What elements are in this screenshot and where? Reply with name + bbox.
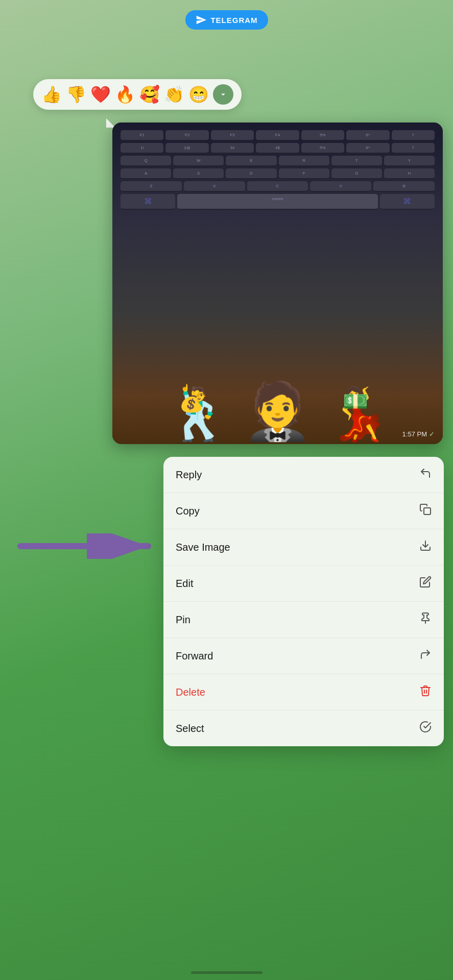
select-icon bbox=[419, 721, 432, 736]
pin-icon bbox=[419, 612, 432, 627]
edit-icon bbox=[419, 576, 432, 591]
copy-icon bbox=[419, 503, 432, 519]
emoji-expand-button[interactable] bbox=[213, 84, 233, 105]
emoji-thumbs-up[interactable]: 👍 bbox=[41, 85, 62, 104]
emoji-clap[interactable]: 👏 bbox=[164, 85, 184, 104]
menu-save-image-label: Save Image bbox=[176, 542, 230, 553]
menu-copy-label: Copy bbox=[176, 505, 200, 517]
emoji-love[interactable]: 🥰 bbox=[139, 85, 160, 104]
context-menu: Reply Copy Save Image Edit bbox=[163, 457, 444, 746]
menu-item-pin[interactable]: Pin bbox=[163, 602, 444, 638]
emoji-grin[interactable]: 😁 bbox=[188, 85, 209, 104]
menu-reply-label: Reply bbox=[176, 469, 202, 481]
telegram-icon bbox=[195, 14, 206, 26]
menu-delete-label: Delete bbox=[176, 687, 205, 698]
menu-item-copy[interactable]: Copy bbox=[163, 493, 444, 529]
telegram-header: TELEGRAM bbox=[185, 10, 268, 30]
emoji-reaction-bar: 👍 👎 ❤️ 🔥 🥰 👏 😁 bbox=[33, 79, 242, 110]
menu-select-label: Select bbox=[176, 723, 204, 734]
arrow-icon bbox=[15, 533, 158, 559]
home-indicator bbox=[191, 971, 263, 974]
menu-item-select[interactable]: Select bbox=[163, 710, 444, 746]
timestamp-text: 1:57 PM bbox=[402, 430, 427, 438]
menu-item-edit[interactable]: Edit bbox=[163, 566, 444, 602]
message-timestamp: 1:57 PM ✓ bbox=[402, 430, 435, 438]
menu-item-save-image[interactable]: Save Image bbox=[163, 529, 444, 566]
emoji-heart[interactable]: ❤️ bbox=[90, 85, 111, 104]
emoji-fire[interactable]: 🔥 bbox=[115, 85, 135, 104]
menu-item-reply[interactable]: Reply bbox=[163, 457, 444, 493]
svg-rect-2 bbox=[424, 508, 431, 514]
save-image-icon bbox=[419, 540, 432, 555]
emoji-thumbs-down[interactable]: 👎 bbox=[66, 85, 86, 104]
menu-edit-label: Edit bbox=[176, 578, 193, 590]
sticker-image: 🕺 🤵 💃 💰 💵 bbox=[129, 281, 426, 444]
menu-pin-label: Pin bbox=[176, 614, 190, 626]
menu-item-delete[interactable]: Delete bbox=[163, 674, 444, 710]
telegram-title: TELEGRAM bbox=[210, 16, 257, 24]
keyboard-area: F1 F2 F3 F4 5% 6^ 7 1! 2@ 3# 4$ 5% 6^ 7 … bbox=[112, 122, 443, 216]
delete-icon bbox=[419, 684, 432, 700]
timestamp-check: ✓ bbox=[429, 430, 435, 438]
menu-item-forward[interactable]: Forward bbox=[163, 638, 444, 674]
message-image: F1 F2 F3 F4 5% 6^ 7 1! 2@ 3# 4$ 5% 6^ 7 … bbox=[112, 122, 443, 444]
reply-icon bbox=[419, 467, 432, 482]
menu-forward-label: Forward bbox=[176, 650, 213, 662]
forward-icon bbox=[419, 648, 432, 664]
arrow-annotation bbox=[15, 533, 158, 559]
